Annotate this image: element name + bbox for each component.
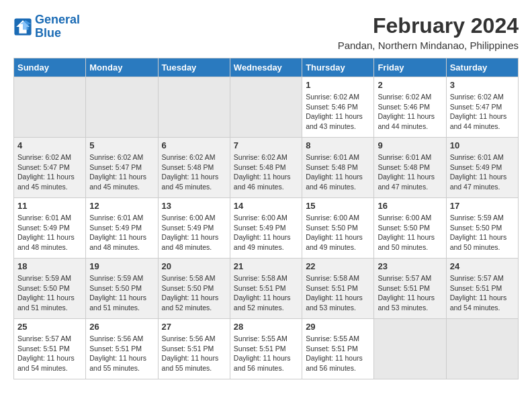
calendar-cell: 24Sunrise: 5:57 AM Sunset: 5:51 PM Dayli… — [446, 259, 518, 319]
day-number: 8 — [306, 140, 370, 150]
day-info: Sunrise: 5:59 AM Sunset: 5:50 PM Dayligh… — [17, 273, 82, 313]
calendar-cell: 14Sunrise: 6:00 AM Sunset: 5:49 PM Dayli… — [230, 198, 302, 259]
day-number: 11 — [17, 201, 82, 211]
calendar-cell — [158, 77, 230, 138]
calendar-header: SundayMondayTuesdayWednesdayThursdayFrid… — [14, 58, 519, 77]
logo: General Blue — [13, 13, 80, 40]
calendar-cell — [86, 77, 158, 138]
day-info: Sunrise: 6:01 AM Sunset: 5:49 PM Dayligh… — [17, 213, 82, 253]
calendar-cell: 2Sunrise: 6:02 AM Sunset: 5:46 PM Daylig… — [374, 77, 446, 138]
calendar-cell: 11Sunrise: 6:01 AM Sunset: 5:49 PM Dayli… — [14, 198, 86, 259]
day-info: Sunrise: 5:57 AM Sunset: 5:51 PM Dayligh… — [450, 273, 515, 313]
day-info: Sunrise: 6:01 AM Sunset: 5:48 PM Dayligh… — [306, 152, 370, 192]
day-number: 17 — [450, 201, 515, 211]
location-subtitle: Pandan, Northern Mindanao, Philippines — [338, 40, 519, 51]
day-info: Sunrise: 5:58 AM Sunset: 5:51 PM Dayligh… — [234, 273, 298, 313]
weekday-header-row: SundayMondayTuesdayWednesdayThursdayFrid… — [14, 58, 519, 77]
calendar-cell — [446, 319, 518, 379]
calendar-cell: 20Sunrise: 5:58 AM Sunset: 5:50 PM Dayli… — [158, 259, 230, 319]
day-number: 19 — [89, 261, 154, 271]
day-number: 24 — [450, 261, 515, 271]
calendar-week-3: 11Sunrise: 6:01 AM Sunset: 5:49 PM Dayli… — [14, 198, 519, 259]
calendar-cell: 13Sunrise: 6:00 AM Sunset: 5:49 PM Dayli… — [158, 198, 230, 259]
day-info: Sunrise: 5:56 AM Sunset: 5:51 PM Dayligh… — [89, 334, 154, 373]
calendar-cell: 15Sunrise: 6:00 AM Sunset: 5:50 PM Dayli… — [302, 198, 374, 259]
day-info: Sunrise: 5:56 AM Sunset: 5:51 PM Dayligh… — [162, 334, 226, 373]
calendar-cell: 10Sunrise: 6:01 AM Sunset: 5:49 PM Dayli… — [446, 138, 518, 198]
day-number: 3 — [450, 80, 515, 90]
calendar-cell: 23Sunrise: 5:57 AM Sunset: 5:51 PM Dayli… — [374, 259, 446, 319]
month-title: February 2024 — [338, 13, 519, 38]
day-number: 28 — [234, 322, 298, 332]
day-info: Sunrise: 5:55 AM Sunset: 5:51 PM Dayligh… — [306, 334, 370, 373]
calendar-cell — [14, 77, 86, 138]
day-number: 25 — [17, 322, 82, 332]
day-info: Sunrise: 6:02 AM Sunset: 5:47 PM Dayligh… — [17, 152, 82, 192]
weekday-header-thursday: Thursday — [302, 58, 374, 77]
logo-line1: General — [35, 13, 80, 26]
calendar-cell: 5Sunrise: 6:02 AM Sunset: 5:47 PM Daylig… — [86, 138, 158, 198]
calendar-cell: 16Sunrise: 6:00 AM Sunset: 5:50 PM Dayli… — [374, 198, 446, 259]
day-info: Sunrise: 6:02 AM Sunset: 5:47 PM Dayligh… — [89, 152, 154, 192]
calendar-cell: 8Sunrise: 6:01 AM Sunset: 5:48 PM Daylig… — [302, 138, 374, 198]
calendar-cell: 12Sunrise: 6:01 AM Sunset: 5:49 PM Dayli… — [86, 198, 158, 259]
calendar-cell: 26Sunrise: 5:56 AM Sunset: 5:51 PM Dayli… — [86, 319, 158, 379]
day-number: 18 — [17, 261, 82, 271]
calendar-cell: 3Sunrise: 6:02 AM Sunset: 5:47 PM Daylig… — [446, 77, 518, 138]
day-number: 16 — [378, 201, 442, 211]
day-info: Sunrise: 5:55 AM Sunset: 5:51 PM Dayligh… — [234, 334, 298, 373]
day-number: 20 — [162, 261, 226, 271]
day-info: Sunrise: 6:01 AM Sunset: 5:49 PM Dayligh… — [450, 152, 515, 192]
weekday-header-saturday: Saturday — [446, 58, 518, 77]
calendar-week-5: 25Sunrise: 5:57 AM Sunset: 5:51 PM Dayli… — [14, 319, 519, 379]
calendar-cell: 19Sunrise: 5:59 AM Sunset: 5:50 PM Dayli… — [86, 259, 158, 319]
logo-icon — [13, 17, 32, 36]
day-info: Sunrise: 5:59 AM Sunset: 5:50 PM Dayligh… — [89, 273, 154, 313]
day-info: Sunrise: 6:02 AM Sunset: 5:48 PM Dayligh… — [162, 152, 226, 192]
logo-line2: Blue — [35, 26, 61, 40]
weekday-header-monday: Monday — [86, 58, 158, 77]
day-number: 5 — [89, 140, 154, 150]
calendar-cell: 9Sunrise: 6:01 AM Sunset: 5:48 PM Daylig… — [374, 138, 446, 198]
day-info: Sunrise: 6:02 AM Sunset: 5:46 PM Dayligh… — [378, 92, 442, 132]
logo-text: General Blue — [35, 13, 80, 40]
day-number: 12 — [89, 201, 154, 211]
day-info: Sunrise: 5:58 AM Sunset: 5:50 PM Dayligh… — [162, 273, 226, 313]
day-info: Sunrise: 6:02 AM Sunset: 5:48 PM Dayligh… — [234, 152, 298, 192]
weekday-header-wednesday: Wednesday — [230, 58, 302, 77]
day-number: 13 — [162, 201, 226, 211]
weekday-header-friday: Friday — [374, 58, 446, 77]
calendar-cell: 7Sunrise: 6:02 AM Sunset: 5:48 PM Daylig… — [230, 138, 302, 198]
page-header: General Blue February 2024 Pandan, North… — [13, 13, 519, 51]
weekday-header-tuesday: Tuesday — [158, 58, 230, 77]
day-info: Sunrise: 6:01 AM Sunset: 5:49 PM Dayligh… — [89, 213, 154, 253]
day-number: 29 — [306, 322, 370, 332]
day-info: Sunrise: 5:57 AM Sunset: 5:51 PM Dayligh… — [378, 273, 442, 313]
day-number: 23 — [378, 261, 442, 271]
day-number: 22 — [306, 261, 370, 271]
calendar-cell — [374, 319, 446, 379]
day-info: Sunrise: 6:01 AM Sunset: 5:48 PM Dayligh… — [378, 152, 442, 192]
calendar-week-2: 4Sunrise: 6:02 AM Sunset: 5:47 PM Daylig… — [14, 138, 519, 198]
day-number: 10 — [450, 140, 515, 150]
day-number: 1 — [306, 80, 370, 90]
calendar-cell: 27Sunrise: 5:56 AM Sunset: 5:51 PM Dayli… — [158, 319, 230, 379]
calendar-cell: 6Sunrise: 6:02 AM Sunset: 5:48 PM Daylig… — [158, 138, 230, 198]
day-number: 7 — [234, 140, 298, 150]
day-number: 26 — [89, 322, 154, 332]
day-info: Sunrise: 5:58 AM Sunset: 5:51 PM Dayligh… — [306, 273, 370, 313]
day-info: Sunrise: 6:00 AM Sunset: 5:49 PM Dayligh… — [234, 213, 298, 253]
calendar-cell: 22Sunrise: 5:58 AM Sunset: 5:51 PM Dayli… — [302, 259, 374, 319]
day-number: 6 — [162, 140, 226, 150]
day-number: 9 — [378, 140, 442, 150]
calendar-cell: 28Sunrise: 5:55 AM Sunset: 5:51 PM Dayli… — [230, 319, 302, 379]
title-block: February 2024 Pandan, Northern Mindanao,… — [338, 13, 519, 51]
day-number: 4 — [17, 140, 82, 150]
calendar-cell: 17Sunrise: 5:59 AM Sunset: 5:50 PM Dayli… — [446, 198, 518, 259]
day-info: Sunrise: 5:57 AM Sunset: 5:51 PM Dayligh… — [17, 334, 82, 373]
calendar-week-1: 1Sunrise: 6:02 AM Sunset: 5:46 PM Daylig… — [14, 77, 519, 138]
calendar-table: SundayMondayTuesdayWednesdayThursdayFrid… — [13, 58, 519, 379]
calendar-week-4: 18Sunrise: 5:59 AM Sunset: 5:50 PM Dayli… — [14, 259, 519, 319]
calendar-cell: 1Sunrise: 6:02 AM Sunset: 5:46 PM Daylig… — [302, 77, 374, 138]
day-info: Sunrise: 6:00 AM Sunset: 5:50 PM Dayligh… — [378, 213, 442, 253]
